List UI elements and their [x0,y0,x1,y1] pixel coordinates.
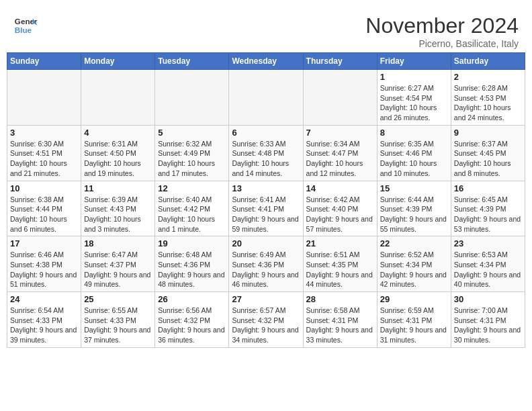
day-number: 14 [306,183,374,193]
calendar-cell: 18Sunrise: 6:47 AM Sunset: 4:37 PM Dayli… [81,236,155,292]
day-info: Sunrise: 6:49 AM Sunset: 4:36 PM Dayligh… [232,250,300,289]
calendar-cell: 6Sunrise: 6:33 AM Sunset: 4:48 PM Daylig… [229,125,303,181]
day-number: 27 [232,294,300,304]
calendar-cell: 1Sunrise: 6:27 AM Sunset: 4:54 PM Daylig… [377,70,451,126]
day-number: 4 [84,128,152,138]
weekday-header-monday: Monday [81,53,155,70]
day-number: 11 [84,183,152,193]
calendar-cell: 17Sunrise: 6:46 AM Sunset: 4:38 PM Dayli… [7,236,81,292]
calendar-week-2: 3Sunrise: 6:30 AM Sunset: 4:51 PM Daylig… [7,125,525,181]
month-title: November 2024 [365,13,519,38]
day-number: 26 [158,294,226,304]
day-info: Sunrise: 6:56 AM Sunset: 4:32 PM Dayligh… [158,306,226,345]
calendar-cell: 26Sunrise: 6:56 AM Sunset: 4:32 PM Dayli… [155,292,229,348]
calendar-cell: 12Sunrise: 6:40 AM Sunset: 4:42 PM Dayli… [155,181,229,236]
day-number: 30 [454,294,522,304]
calendar-cell: 8Sunrise: 6:35 AM Sunset: 4:46 PM Daylig… [377,125,451,181]
calendar-cell: 25Sunrise: 6:55 AM Sunset: 4:33 PM Dayli… [81,292,155,348]
day-info: Sunrise: 6:34 AM Sunset: 4:47 PM Dayligh… [306,139,374,179]
calendar-cell: 9Sunrise: 6:37 AM Sunset: 4:45 PM Daylig… [451,125,525,181]
day-number: 24 [10,294,78,304]
calendar-cell: 16Sunrise: 6:45 AM Sunset: 4:39 PM Dayli… [451,181,525,236]
calendar-cell: 5Sunrise: 6:32 AM Sunset: 4:49 PM Daylig… [155,125,229,181]
weekday-header-wednesday: Wednesday [229,53,303,70]
logo-icon: General Blue [13,13,38,38]
day-number: 2 [454,72,522,82]
calendar-week-5: 24Sunrise: 6:54 AM Sunset: 4:33 PM Dayli… [7,292,525,348]
day-info: Sunrise: 6:51 AM Sunset: 4:35 PM Dayligh… [306,250,374,289]
day-info: Sunrise: 6:37 AM Sunset: 4:45 PM Dayligh… [454,139,522,179]
calendar-cell: 2Sunrise: 6:28 AM Sunset: 4:53 PM Daylig… [451,70,525,126]
calendar-cell [81,70,155,126]
day-number: 9 [454,128,522,138]
day-info: Sunrise: 6:35 AM Sunset: 4:46 PM Dayligh… [380,139,448,179]
calendar-week-1: 1Sunrise: 6:27 AM Sunset: 4:54 PM Daylig… [7,70,525,126]
day-info: Sunrise: 6:54 AM Sunset: 4:33 PM Dayligh… [10,306,78,345]
calendar-cell [229,70,303,126]
calendar-week-4: 17Sunrise: 6:46 AM Sunset: 4:38 PM Dayli… [7,236,525,292]
day-info: Sunrise: 7:00 AM Sunset: 4:31 PM Dayligh… [454,306,522,345]
calendar-cell: 19Sunrise: 6:48 AM Sunset: 4:36 PM Dayli… [155,236,229,292]
day-info: Sunrise: 6:30 AM Sunset: 4:51 PM Dayligh… [10,139,78,179]
logo: General Blue [13,13,38,38]
day-number: 19 [158,238,226,248]
weekday-header-friday: Friday [377,53,451,70]
calendar-header: SundayMondayTuesdayWednesdayThursdayFrid… [7,53,525,70]
day-info: Sunrise: 6:53 AM Sunset: 4:34 PM Dayligh… [454,250,522,289]
day-info: Sunrise: 6:31 AM Sunset: 4:50 PM Dayligh… [84,139,152,179]
calendar-cell: 30Sunrise: 7:00 AM Sunset: 4:31 PM Dayli… [451,292,525,348]
day-info: Sunrise: 6:52 AM Sunset: 4:34 PM Dayligh… [380,250,448,289]
svg-text:Blue: Blue [15,26,32,34]
weekday-header-sunday: Sunday [7,53,81,70]
calendar-cell: 24Sunrise: 6:54 AM Sunset: 4:33 PM Dayli… [7,292,81,348]
calendar-cell: 29Sunrise: 6:59 AM Sunset: 4:31 PM Dayli… [377,292,451,348]
title-block: November 2024 Picerno, Basilicate, Italy [365,13,519,49]
calendar-cell: 14Sunrise: 6:42 AM Sunset: 4:40 PM Dayli… [303,181,377,236]
day-info: Sunrise: 6:40 AM Sunset: 4:42 PM Dayligh… [158,195,226,234]
calendar-cell [303,70,377,126]
calendar-cell: 11Sunrise: 6:39 AM Sunset: 4:43 PM Dayli… [81,181,155,236]
calendar-cell [155,70,229,126]
day-number: 7 [306,128,374,138]
day-number: 15 [380,183,448,193]
calendar-cell: 21Sunrise: 6:51 AM Sunset: 4:35 PM Dayli… [303,236,377,292]
calendar-table: SundayMondayTuesdayWednesdayThursdayFrid… [7,52,525,348]
day-number: 8 [380,128,448,138]
calendar-cell: 7Sunrise: 6:34 AM Sunset: 4:47 PM Daylig… [303,125,377,181]
day-number: 28 [306,294,374,304]
day-info: Sunrise: 6:38 AM Sunset: 4:44 PM Dayligh… [10,195,78,234]
day-number: 17 [10,238,78,248]
day-number: 12 [158,183,226,193]
day-number: 29 [380,294,448,304]
day-info: Sunrise: 6:57 AM Sunset: 4:32 PM Dayligh… [232,306,300,345]
calendar-cell: 10Sunrise: 6:38 AM Sunset: 4:44 PM Dayli… [7,181,81,236]
day-info: Sunrise: 6:32 AM Sunset: 4:49 PM Dayligh… [158,139,226,179]
day-info: Sunrise: 6:55 AM Sunset: 4:33 PM Dayligh… [84,306,152,345]
calendar-cell: 13Sunrise: 6:41 AM Sunset: 4:41 PM Dayli… [229,181,303,236]
calendar-cell: 20Sunrise: 6:49 AM Sunset: 4:36 PM Dayli… [229,236,303,292]
calendar-cell: 22Sunrise: 6:52 AM Sunset: 4:34 PM Dayli… [377,236,451,292]
calendar-body: 1Sunrise: 6:27 AM Sunset: 4:54 PM Daylig… [7,70,525,348]
day-number: 5 [158,128,226,138]
day-number: 23 [454,238,522,248]
day-info: Sunrise: 6:45 AM Sunset: 4:39 PM Dayligh… [454,195,522,234]
weekday-header-saturday: Saturday [451,53,525,70]
day-number: 25 [84,294,152,304]
weekday-header-row: SundayMondayTuesdayWednesdayThursdayFrid… [7,53,525,70]
day-info: Sunrise: 6:41 AM Sunset: 4:41 PM Dayligh… [232,195,300,234]
day-number: 10 [10,183,78,193]
calendar-cell: 4Sunrise: 6:31 AM Sunset: 4:50 PM Daylig… [81,125,155,181]
day-info: Sunrise: 6:46 AM Sunset: 4:38 PM Dayligh… [10,250,78,289]
day-number: 20 [232,238,300,248]
day-info: Sunrise: 6:39 AM Sunset: 4:43 PM Dayligh… [84,195,152,234]
day-info: Sunrise: 6:59 AM Sunset: 4:31 PM Dayligh… [380,306,448,345]
page-header: General Blue November 2024 Picerno, Basi… [7,7,525,52]
day-number: 21 [306,238,374,248]
day-number: 16 [454,183,522,193]
day-info: Sunrise: 6:28 AM Sunset: 4:53 PM Dayligh… [454,83,522,123]
day-info: Sunrise: 6:33 AM Sunset: 4:48 PM Dayligh… [232,139,300,179]
calendar-cell: 27Sunrise: 6:57 AM Sunset: 4:32 PM Dayli… [229,292,303,348]
calendar-week-3: 10Sunrise: 6:38 AM Sunset: 4:44 PM Dayli… [7,181,525,236]
day-number: 18 [84,238,152,248]
calendar-cell: 3Sunrise: 6:30 AM Sunset: 4:51 PM Daylig… [7,125,81,181]
